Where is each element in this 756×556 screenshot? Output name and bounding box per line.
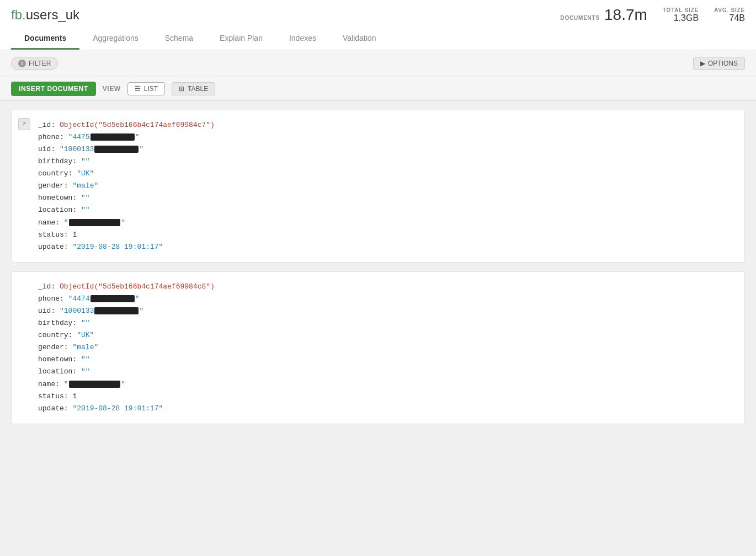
field-country: country: "UK" <box>38 168 733 180</box>
total-size-label: TOTAL SIZE <box>663 7 699 13</box>
document-card: _id: ObjectId("5d5eb166b4c174aef69984c8"… <box>11 271 745 424</box>
field-status: status: 1 <box>38 391 733 403</box>
field-update: update: "2019-08-28 19:01:17" <box>38 403 733 415</box>
insert-document-button[interactable]: INSERT DOCUMENT <box>11 82 96 96</box>
filter-toolbar: i FILTER ▶ OPTIONS <box>0 50 756 77</box>
field-country: country: "UK" <box>38 329 733 341</box>
tab-documents[interactable]: Documents <box>11 28 79 50</box>
field-gender: gender: "male" <box>38 180 733 192</box>
field-hometown: hometown: "" <box>38 354 733 366</box>
info-icon: i <box>18 60 26 67</box>
list-view-button[interactable]: ☰ LIST <box>127 82 165 95</box>
tab-schema[interactable]: Schema <box>152 28 206 50</box>
field-location: location: "" <box>38 366 733 378</box>
documents-stat: DOCUMENTS 18.7m <box>560 7 647 24</box>
field-uid: uid: "1000133 " <box>38 143 733 156</box>
options-label: OPTIONS <box>708 60 738 67</box>
field-phone: phone: "4475 " <box>38 131 733 143</box>
field-phone: phone: "4474 " <box>38 293 733 305</box>
tab-aggregations[interactable]: Aggregations <box>79 28 152 50</box>
field-hometown: hometown: "" <box>38 192 733 204</box>
avg-size-label: AVG. SIZE <box>714 7 745 13</box>
tab-indexes[interactable]: Indexes <box>276 28 329 50</box>
page-header: fb.users_uk DOCUMENTS 18.7m TOTAL SIZE 1… <box>0 0 756 50</box>
list-label: LIST <box>144 85 158 93</box>
options-arrow-icon: ▶ <box>700 60 705 67</box>
collection-name: users_uk <box>26 7 79 22</box>
avg-size-stat: AVG. SIZE 74B <box>714 7 745 23</box>
collection-prefix: fb. <box>11 7 26 22</box>
field-uid: uid: "1000133 " <box>38 305 733 317</box>
field-id: _id: ObjectId("5d5eb166b4c174aef69984c8"… <box>38 281 733 293</box>
avg-size-value: 74B <box>714 13 745 23</box>
total-size-value: 1.3GB <box>663 13 699 23</box>
table-view-button[interactable]: ⊞ TABLE <box>172 82 215 95</box>
header-stats: DOCUMENTS 18.7m TOTAL SIZE 1.3GB AVG. SI… <box>560 7 745 24</box>
table-label: TABLE <box>188 85 208 93</box>
options-button[interactable]: ▶ OPTIONS <box>693 57 745 70</box>
tab-validation[interactable]: Validation <box>329 28 389 50</box>
documents-area: > _id: ObjectId("5d5eb166b4c174aef69984c… <box>0 101 756 442</box>
field-birthday: birthday: "" <box>38 317 733 329</box>
field-status: status: 1 <box>38 229 733 241</box>
field-id: _id: ObjectId("5d5eb166b4c174aef69984c7"… <box>38 119 733 131</box>
tab-bar: Documents Aggregations Schema Explain Pl… <box>11 28 745 50</box>
view-label: VIEW <box>103 85 121 93</box>
field-location: location: "" <box>38 204 733 216</box>
list-icon: ☰ <box>135 85 141 93</box>
total-size-stat: TOTAL SIZE 1.3GB <box>663 7 699 23</box>
header-top: fb.users_uk DOCUMENTS 18.7m TOTAL SIZE 1… <box>11 7 745 28</box>
filter-button[interactable]: i FILTER <box>11 57 58 70</box>
collection-title: fb.users_uk <box>11 7 79 23</box>
filter-input[interactable] <box>63 56 688 71</box>
action-bar: INSERT DOCUMENT VIEW ☰ LIST ⊞ TABLE <box>0 77 756 101</box>
documents-label: DOCUMENTS <box>560 15 600 21</box>
field-gender: gender: "male" <box>38 341 733 354</box>
field-birthday: birthday: "" <box>38 156 733 168</box>
filter-label: FILTER <box>29 60 51 67</box>
expand-button[interactable]: > <box>18 118 30 130</box>
field-name: name: " " <box>38 378 733 391</box>
tab-explain-plan[interactable]: Explain Plan <box>206 28 276 50</box>
documents-value: 18.7m <box>604 7 647 24</box>
field-name: name: " " <box>38 217 733 229</box>
field-update: update: "2019-08-28 19:01:17" <box>38 241 733 253</box>
table-icon: ⊞ <box>179 85 184 93</box>
document-card: > _id: ObjectId("5d5eb166b4c174aef69984c… <box>11 110 745 263</box>
